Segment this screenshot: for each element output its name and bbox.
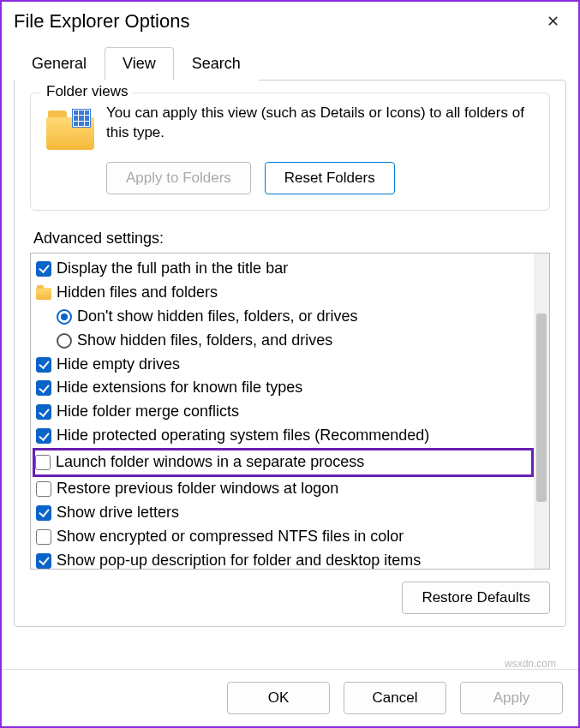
close-icon[interactable]: ✕ <box>540 9 566 34</box>
setting-row[interactable]: Launch folder windows in a separate proc… <box>33 448 534 477</box>
setting-label: Hide empty drives <box>57 353 180 377</box>
checkbox-icon[interactable] <box>36 481 51 497</box>
setting-row[interactable]: Show pop-up description for folder and d… <box>36 549 534 569</box>
setting-row[interactable]: Show hidden files, folders, and drives <box>36 329 534 353</box>
setting-row[interactable]: Hide protected operating system files (R… <box>36 424 534 448</box>
advanced-settings-label: Advanced settings: <box>33 230 550 248</box>
setting-label: Hide extensions for known file types <box>57 376 302 400</box>
setting-label: Don't show hidden files, folders, or dri… <box>77 305 358 329</box>
setting-label: Hidden files and folders <box>57 281 218 305</box>
setting-label: Hide protected operating system files (R… <box>57 424 429 448</box>
restore-defaults-button[interactable]: Restore Defaults <box>402 582 550 614</box>
setting-label: Show encrypted or compressed NTFS files … <box>57 525 404 549</box>
scrollbar-thumb[interactable] <box>536 313 547 502</box>
folder-views-description: You can apply this view (such as Details… <box>106 104 534 143</box>
ok-button[interactable]: OK <box>227 682 330 714</box>
setting-row[interactable]: Hide folder merge conflicts <box>36 400 534 424</box>
checkbox-icon[interactable] <box>36 404 51 420</box>
apply-to-folders-button: Apply to Folders <box>106 162 251 194</box>
setting-row[interactable]: Show encrypted or compressed NTFS files … <box>36 525 534 549</box>
setting-row[interactable]: Don't show hidden files, folders, or dri… <box>36 305 534 329</box>
scrollbar[interactable] <box>534 254 549 569</box>
setting-label: Show hidden files, folders, and drives <box>77 329 332 353</box>
setting-row[interactable]: Show drive letters <box>36 501 534 525</box>
folder-views-legend: Folder views <box>41 83 133 100</box>
folder-views-group: Folder views You can apply this view (su… <box>30 92 550 211</box>
view-tabpanel: Folder views You can apply this view (su… <box>14 80 566 627</box>
setting-label: Show drive letters <box>57 501 179 525</box>
checkbox-icon[interactable] <box>36 529 51 545</box>
setting-row[interactable]: Display the full path in the title bar <box>36 257 534 281</box>
setting-row[interactable]: Restore previous folder windows at logon <box>36 477 534 501</box>
watermark: wsxdn.com <box>505 658 556 670</box>
checkbox-icon[interactable] <box>36 553 51 569</box>
setting-label: Launch folder windows in a separate proc… <box>56 451 364 474</box>
checkbox-icon[interactable] <box>36 357 51 373</box>
radio-icon[interactable] <box>57 333 72 349</box>
radio-icon[interactable] <box>57 309 72 325</box>
window-title: File Explorer Options <box>14 10 189 33</box>
checkbox-icon[interactable] <box>36 505 51 521</box>
cancel-button[interactable]: Cancel <box>344 682 446 714</box>
reset-folders-button[interactable]: Reset Folders <box>265 162 395 194</box>
tab-strip: General View Search <box>2 46 578 80</box>
advanced-settings-list: Display the full path in the title barHi… <box>30 253 550 570</box>
setting-label: Hide folder merge conflicts <box>57 400 239 424</box>
setting-label: Display the full path in the title bar <box>57 257 288 281</box>
tab-general[interactable]: General <box>14 47 105 81</box>
setting-label: Restore previous folder windows at logon <box>57 477 338 501</box>
setting-row[interactable]: Hide extensions for known file types <box>36 376 534 400</box>
checkbox-icon[interactable] <box>36 380 51 396</box>
checkbox-icon[interactable] <box>36 261 51 277</box>
folder-icon <box>46 109 94 150</box>
checkbox-icon[interactable] <box>36 428 51 444</box>
tab-view[interactable]: View <box>105 47 174 81</box>
setting-row[interactable]: Hidden files and folders <box>36 281 534 305</box>
tab-search[interactable]: Search <box>174 47 259 81</box>
setting-row[interactable]: Hide empty drives <box>36 353 534 377</box>
folder-icon <box>36 288 51 300</box>
apply-button: Apply <box>460 682 563 714</box>
setting-label: Show pop-up description for folder and d… <box>57 549 421 569</box>
checkbox-icon[interactable] <box>35 455 51 470</box>
dialog-buttons: OK Cancel Apply <box>2 669 578 726</box>
